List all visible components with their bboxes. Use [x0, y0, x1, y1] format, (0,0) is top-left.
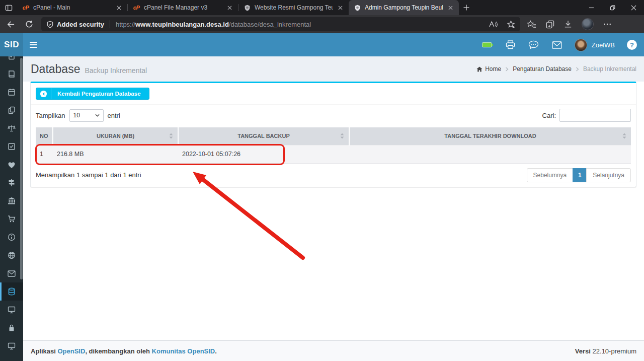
sidebar-scrollbar[interactable]: [20, 58, 23, 279]
url-path: /database/desa_inkremental: [229, 21, 311, 28]
sidebar-item-desktop[interactable]: [0, 301, 23, 319]
page-subtitle: Backup Inkremental: [85, 63, 147, 75]
table-header-row: NO UKURAN (MB) TANGGAL BACKUP TANGGAL TE…: [36, 127, 631, 145]
opensid-link[interactable]: OpenSID: [57, 347, 85, 355]
chat-icon[interactable]: [528, 39, 539, 50]
app-logo[interactable]: SID: [0, 33, 23, 56]
settings-menu-icon[interactable]: [603, 23, 611, 26]
box-body: Tampilkan 10 entri Cari: NO: [31, 105, 636, 187]
col-ukuran[interactable]: UKURAN (MB): [53, 127, 178, 145]
pagination-next-button[interactable]: Selanjutnya: [586, 168, 631, 182]
cell-tanggal-backup: 2022-10-01 05:07:26: [178, 145, 349, 163]
close-tab-icon[interactable]: [446, 4, 454, 12]
breadcrumb: Home Pengaturan Database Backup Inkremen…: [476, 65, 636, 73]
pagination-page-1[interactable]: 1: [573, 168, 587, 182]
browser-profile-avatar[interactable]: [582, 18, 594, 30]
sidebar: [0, 56, 23, 361]
table-controls: Tampilkan 10 entri Cari:: [36, 109, 631, 122]
app-header: SID ZoelWB ?: [0, 33, 644, 56]
table-row: 1 216.8 MB 2022-10-01 05:07:26: [36, 145, 631, 163]
mail-icon[interactable]: [551, 39, 562, 50]
back-to-settings-button[interactable]: Kembali Pengaturan Database: [36, 88, 149, 100]
url-scheme: https://: [116, 21, 135, 28]
printer-icon[interactable]: [505, 39, 516, 50]
tab-title: cPanel File Manager v3: [144, 4, 222, 11]
home-icon: [476, 66, 482, 72]
sidebar-toggle-icon[interactable]: [23, 33, 43, 56]
refresh-icon[interactable]: [21, 16, 37, 32]
back-icon[interactable]: [3, 16, 19, 32]
collections-icon[interactable]: [546, 20, 554, 29]
tab-title: cPanel - Main: [33, 4, 111, 11]
add-favorite-icon[interactable]: [507, 20, 515, 29]
table-footer: Menampilkan 1 sampai 1 dari 1 entri Sebe…: [36, 168, 631, 182]
user-menu[interactable]: ZoelWB: [575, 39, 615, 51]
cpanel-icon: cP: [22, 4, 30, 12]
page-title: Database: [31, 62, 80, 76]
new-tab-button[interactable]: [459, 0, 474, 15]
security-label: Added security: [57, 21, 104, 28]
arrow-circle-left-icon: [36, 88, 51, 99]
sort-icon: [169, 133, 173, 139]
address-url-field[interactable]: Added security https://www.teupinbeulang…: [41, 17, 520, 31]
tab-actions-icon[interactable]: [0, 0, 17, 15]
cell-tanggal-download: [349, 145, 631, 163]
page-size-select[interactable]: 10: [69, 109, 104, 122]
village-emblem-icon: [243, 4, 251, 12]
divider: [110, 20, 110, 28]
tab-website-resmi[interactable]: Website Resmi Gampong Teupin: [238, 0, 349, 15]
minimize-button[interactable]: [581, 0, 602, 15]
box-header: Kembali Pengaturan Database: [31, 83, 636, 105]
version-info: Versi 22.10-premium: [575, 347, 636, 355]
tab-cpanel-main[interactable]: cP cPanel - Main: [17, 0, 127, 15]
close-window-button[interactable]: [623, 0, 644, 15]
show-label: Tampilkan: [36, 112, 65, 119]
content-area: Database Backup Inkremental Home Pengatu…: [23, 56, 644, 361]
breadcrumb-pengaturan-database[interactable]: Pengaturan Database: [513, 65, 572, 73]
downloads-icon[interactable]: [564, 20, 572, 28]
content-box: Kembali Pengaturan Database Tampilkan 10…: [30, 82, 636, 187]
sidebar-item-database[interactable]: [0, 282, 23, 301]
col-tanggal-backup[interactable]: TANGGAL BACKUP: [178, 127, 349, 145]
help-icon[interactable]: ?: [627, 40, 637, 50]
chevron-right-icon: [505, 67, 509, 71]
footer-text: Aplikasi: [31, 347, 57, 355]
search-input[interactable]: [559, 109, 631, 122]
sort-icon: [622, 133, 626, 139]
sidebar-item-lock[interactable]: [0, 319, 23, 337]
browser-window: cP cPanel - Main cP cPanel File Manager …: [0, 0, 644, 361]
chevron-down-icon: [95, 114, 100, 117]
tab-cpanel-filemanager[interactable]: cP cPanel File Manager v3: [128, 0, 238, 15]
close-tab-icon[interactable]: [225, 4, 233, 12]
entries-label: entri: [108, 112, 120, 119]
security-shield-icon: [46, 21, 54, 28]
komunitas-opensid-link[interactable]: Komunitas OpenSID: [152, 347, 215, 355]
restore-button[interactable]: [602, 0, 623, 15]
url-domain: www.teupinbeulangan.desa.id: [135, 21, 229, 28]
pagination-prev-button[interactable]: Sebelumnya: [527, 168, 574, 182]
browser-tab-bar: cP cPanel - Main cP cPanel File Manager …: [0, 0, 644, 15]
col-no: NO: [36, 127, 53, 145]
breadcrumb-home[interactable]: Home: [476, 65, 501, 73]
tab-admin-gampong[interactable]: Admin Gampong Teupin Beulan: [349, 0, 459, 15]
battery-icon: [482, 39, 493, 50]
col-tanggal-download[interactable]: TANGGAL TERAKHIR DOWNLOAD: [349, 127, 631, 145]
window-controls: [581, 0, 644, 15]
breadcrumb-current: Backup Inkremental: [583, 65, 636, 73]
tab-title: Website Resmi Gampong Teupin: [255, 4, 333, 11]
table-info: Menampilkan 1 sampai 1 dari 1 entri: [36, 171, 141, 179]
cpanel-icon: cP: [132, 4, 140, 12]
village-emblem-icon: [353, 4, 361, 12]
cell-no: 1: [36, 145, 53, 163]
search-label: Cari:: [542, 112, 556, 119]
close-tab-icon[interactable]: [115, 4, 123, 12]
browser-toolbar: [527, 18, 611, 30]
username: ZoelWB: [592, 41, 615, 49]
browser-address-bar: Added security https://www.teupinbeulang…: [0, 15, 644, 33]
close-tab-icon[interactable]: [336, 4, 344, 12]
sidebar-item-monitor[interactable]: [0, 337, 23, 355]
read-aloud-icon[interactable]: [489, 21, 498, 28]
favorites-icon[interactable]: [527, 20, 536, 28]
pagination: Sebelumnya 1 Selanjutnya: [527, 168, 631, 182]
app-footer: Aplikasi OpenSID, dikembangkan oleh Komu…: [23, 340, 644, 361]
